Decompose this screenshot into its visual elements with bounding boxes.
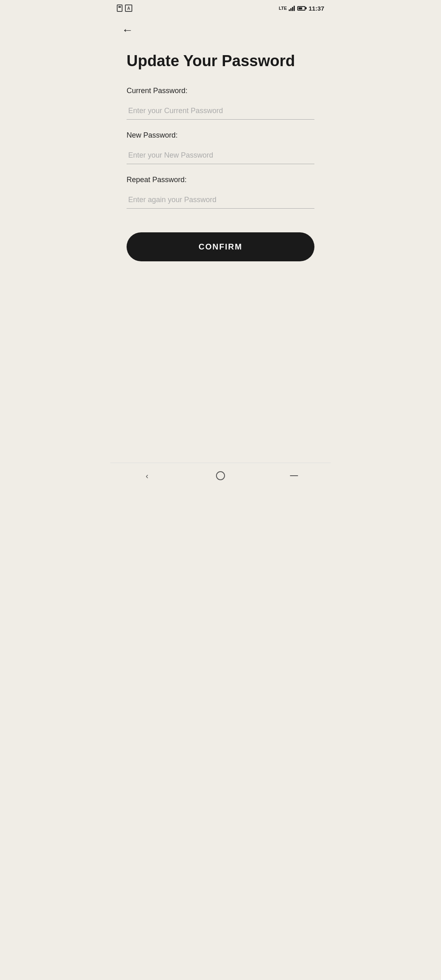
page-content: Update Your Password Current Password: N… [110,42,331,463]
repeat-password-section: Repeat Password: [127,176,314,209]
nav-bar-top: ← [110,15,331,42]
back-button[interactable]: ← [118,21,136,39]
new-password-label: New Password: [127,131,314,140]
status-time: 11:37 [309,5,324,12]
signal-icon [289,5,295,11]
font-icon: A [125,4,132,12]
battery-icon [297,6,305,11]
nav-recents-button[interactable] [284,470,304,482]
status-icons: LTE 11:37 [279,5,324,12]
repeat-password-input[interactable] [127,192,314,209]
repeat-password-label: Repeat Password: [127,176,314,184]
new-password-section: New Password: [127,131,314,164]
nav-back-icon: ‹ [146,471,149,481]
nav-home-button[interactable] [210,470,231,482]
back-arrow-icon: ← [122,24,133,36]
status-bar: A LTE 11:37 [110,0,331,15]
current-password-label: Current Password: [127,87,314,95]
nav-back-button[interactable]: ‹ [137,470,157,482]
new-password-input[interactable] [127,147,314,164]
page-title: Update Your Password [127,52,314,70]
confirm-button[interactable]: CONFIRM [127,232,314,261]
nav-recents-icon [290,475,298,476]
sim-icon [117,4,122,12]
current-password-section: Current Password: [127,87,314,120]
nav-home-icon [216,471,225,480]
lte-label: LTE [279,6,287,11]
current-password-input[interactable] [127,102,314,120]
bottom-navigation: ‹ [110,463,331,490]
